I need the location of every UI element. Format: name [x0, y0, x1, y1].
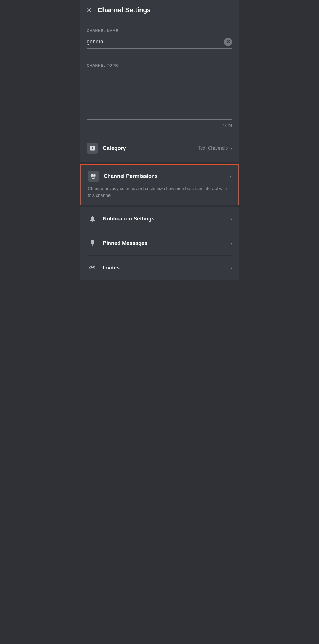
channel-topic-section: CHANNEL TOPIC 1024: [80, 55, 239, 134]
channel-permissions-row: Channel Permissions ›: [88, 171, 231, 182]
channel-name-section: CHANNEL NAME ✕: [80, 20, 239, 55]
channel-name-label: CHANNEL NAME: [87, 29, 232, 33]
invites-item[interactable]: Invites ›: [87, 256, 232, 280]
header: × Channel Settings: [80, 0, 239, 20]
invites-label: Invites: [103, 265, 230, 271]
channel-topic-area: 1024: [87, 72, 232, 128]
category-chevron-icon: ›: [230, 145, 232, 152]
pinned-messages-chevron-icon: ›: [230, 240, 232, 247]
page-title: Channel Settings: [97, 6, 151, 14]
channel-permissions-section[interactable]: Channel Permissions › Change privacy set…: [80, 164, 239, 205]
clear-channel-name-button[interactable]: ✕: [224, 38, 232, 46]
permissions-chevron-icon: ›: [229, 173, 231, 180]
channel-topic-label: CHANNEL TOPIC: [87, 63, 232, 68]
link-icon: [87, 262, 98, 273]
channel-name-input[interactable]: [87, 37, 224, 46]
invites-chevron-icon: ›: [230, 264, 232, 271]
notification-icon: [87, 213, 98, 224]
pinned-messages-label: Pinned Messages: [103, 240, 230, 246]
category-icon: [87, 143, 98, 154]
channel-topic-input[interactable]: [87, 72, 232, 120]
channel-permissions-label: Channel Permissions: [104, 173, 229, 179]
channel-permissions-description: Change privacy settings and customize ho…: [88, 185, 231, 199]
permissions-icon: [88, 171, 99, 182]
notification-chevron-icon: ›: [230, 215, 232, 222]
pin-icon: [87, 238, 98, 249]
category-label: Category: [103, 145, 198, 151]
notification-settings-label: Notification Settings: [103, 216, 230, 222]
notification-settings-item[interactable]: Notification Settings ›: [87, 207, 232, 231]
pinned-messages-item[interactable]: Pinned Messages ›: [87, 231, 232, 256]
close-button[interactable]: ×: [87, 6, 92, 14]
channel-name-input-row: ✕: [87, 37, 232, 49]
category-value: Text Channels: [198, 146, 228, 151]
char-count: 1024: [87, 123, 232, 128]
menu-section: Notification Settings › Pinned Messages …: [80, 207, 239, 280]
category-row[interactable]: Category Text Channels ›: [87, 140, 232, 156]
category-section: Category Text Channels ›: [80, 134, 239, 163]
